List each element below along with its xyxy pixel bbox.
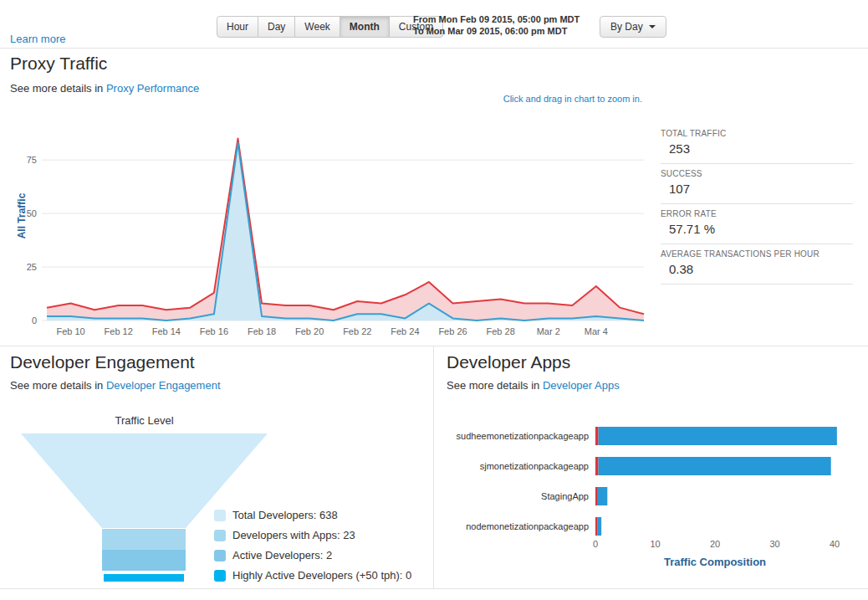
stat-label: ERROR RATE	[661, 209, 853, 218]
legend-item-highly-active-developers: Highly Active Developers (+50 tph): 0	[214, 569, 411, 582]
stat-value: 107	[661, 182, 853, 196]
granularity-dropdown[interactable]: By Day	[600, 16, 666, 38]
svg-text:Feb 12: Feb 12	[105, 326, 133, 336]
svg-text:75: 75	[27, 155, 37, 165]
legend-swatch	[214, 570, 226, 582]
stat-label: TOTAL TRAFFIC	[661, 129, 853, 138]
granularity-label: By Day	[610, 21, 643, 33]
svg-text:0: 0	[593, 539, 598, 549]
legend-swatch	[214, 530, 226, 541]
stat-avg-tph: AVERAGE TRANSACTIONS PER HOUR 0.38	[661, 244, 853, 285]
svg-text:sudheemonetizationpackageapp: sudheemonetizationpackageapp	[457, 431, 589, 441]
svg-text:20: 20	[710, 539, 720, 549]
svg-text:30: 30	[769, 539, 779, 549]
stat-total-traffic: TOTAL TRAFFIC 253	[661, 124, 853, 164]
svg-text:Feb 20: Feb 20	[295, 326, 324, 336]
svg-text:Feb 10: Feb 10	[56, 326, 84, 336]
svg-text:0: 0	[32, 315, 37, 326]
developer-apps-title: Developer Apps	[447, 352, 570, 372]
divider	[433, 346, 434, 588]
traffic-stats-panel: TOTAL TRAFFIC 253 SUCCESS 107 ERROR RATE…	[661, 124, 853, 285]
divider	[0, 48, 868, 49]
legend-label: Total Developers: 638	[232, 509, 338, 521]
date-range: From Mon Feb 09 2015, 05:00 pm MDT To Mo…	[413, 13, 580, 37]
svg-text:Mar 4: Mar 4	[585, 326, 608, 336]
svg-text:Feb 24: Feb 24	[391, 326, 419, 336]
legend-item-developers-with-apps: Developers with Apps: 23	[214, 529, 411, 541]
stat-error-rate: ERROR RATE 57.71 %	[661, 204, 853, 244]
svg-text:Feb 26: Feb 26	[438, 326, 467, 336]
subtitle-text: See more details in	[447, 379, 539, 392]
legend-item-active-developers: Active Developers: 2	[214, 549, 411, 562]
svg-text:nodemonetizationpackageapp: nodemonetizationpackageapp	[466, 521, 589, 531]
developer-apps-chart: 010203040sudheemonetizationpackageappsjm…	[447, 410, 868, 577]
svg-text:10: 10	[650, 539, 660, 549]
divider	[0, 346, 868, 346]
analytics-dashboard: Learn more Hour Day Week Month Custom Fr…	[0, 0, 868, 600]
developer-engagement-subtitle: See more details in Developer Engagement	[10, 379, 221, 392]
stat-value: 57.71 %	[661, 222, 853, 236]
developer-apps-subtitle: See more details in Developer Apps	[447, 379, 620, 392]
legend-label: Active Developers: 2	[232, 549, 332, 562]
range-button-day[interactable]: Day	[258, 16, 295, 38]
subtitle-text: See more details in	[10, 82, 103, 95]
legend-label: Highly Active Developers (+50 tph): 0	[232, 569, 411, 582]
proxy-traffic-title: Proxy Traffic	[10, 54, 107, 74]
learn-more-link[interactable]: Learn more	[10, 33, 65, 45]
proxy-traffic-subtitle: See more details in Proxy Performance	[10, 82, 199, 95]
legend-label: Developers with Apps: 23	[232, 529, 355, 541]
svg-text:Traffic Composition: Traffic Composition	[664, 556, 766, 568]
svg-text:Feb 16: Feb 16	[200, 326, 228, 336]
svg-text:25: 25	[27, 262, 37, 272]
range-button-hour[interactable]: Hour	[217, 16, 258, 38]
date-from: From Mon Feb 09 2015, 05:00 pm MDT	[413, 13, 580, 25]
svg-text:50: 50	[27, 208, 37, 218]
stat-success: SUCCESS 107	[661, 164, 853, 204]
subtitle-text: See more details in	[10, 379, 103, 392]
legend-item-total-developers: Total Developers: 638	[214, 509, 411, 521]
range-button-group: Hour Day Week Month Custom	[217, 16, 443, 38]
svg-text:All Traffic: All Traffic	[16, 192, 28, 238]
engagement-legend: Total Developers: 638 Developers with Ap…	[214, 509, 411, 589]
svg-text:StagingApp: StagingApp	[541, 491, 589, 501]
svg-text:Feb 14: Feb 14	[152, 326, 181, 336]
svg-text:Feb 18: Feb 18	[248, 326, 276, 336]
svg-text:40: 40	[830, 539, 840, 549]
stat-label: AVERAGE TRANSACTIONS PER HOUR	[661, 249, 853, 259]
divider	[0, 588, 868, 589]
caret-down-icon	[649, 25, 656, 28]
developer-apps-link[interactable]: Developer Apps	[543, 379, 620, 392]
proxy-performance-link[interactable]: Proxy Performance	[106, 82, 199, 95]
stat-value: 253	[661, 141, 853, 156]
developer-engagement-link[interactable]: Developer Engagement	[106, 379, 221, 392]
range-button-month[interactable]: Month	[340, 16, 390, 38]
legend-swatch	[214, 550, 226, 562]
svg-text:Mar 2: Mar 2	[537, 326, 560, 336]
stat-label: SUCCESS	[661, 169, 853, 178]
developer-engagement-title: Developer Engagement	[10, 352, 195, 372]
legend-swatch	[214, 510, 226, 521]
zoom-hint: Click and drag in chart to zoom in.	[401, 94, 642, 104]
svg-text:Feb 28: Feb 28	[487, 326, 515, 336]
date-to: To Mon Mar 09 2015, 06:00 pm MDT	[413, 25, 580, 37]
svg-text:Feb 22: Feb 22	[343, 326, 371, 336]
svg-text:sjmonetizationpackageapp: sjmonetizationpackageapp	[480, 461, 589, 471]
stat-value: 0.38	[661, 262, 853, 276]
proxy-traffic-chart[interactable]: 0255075Feb 10Feb 12Feb 14Feb 16Feb 18Feb…	[0, 117, 652, 343]
range-button-week[interactable]: Week	[295, 16, 340, 38]
